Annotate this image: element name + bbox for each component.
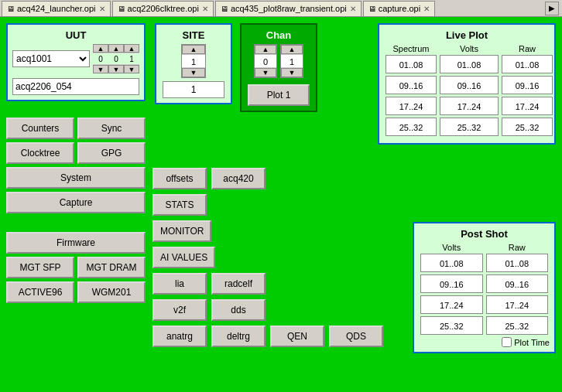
mid-row-2: STATS (152, 194, 392, 216)
uut-spin-dn-2[interactable]: ▼ (124, 65, 139, 73)
live-spectrum-0[interactable]: 01..08 (386, 55, 437, 73)
tab-label-3: capture.opi (379, 4, 420, 13)
close-icon-0[interactable]: ✕ (99, 5, 105, 13)
tab-scroll-right[interactable]: ▶ (545, 2, 559, 15)
site-input[interactable] (163, 81, 224, 98)
uut-spin-dn-1[interactable]: ▼ (108, 65, 124, 73)
tab-label-1: acq2206clktree.opi (128, 4, 199, 13)
firmware-button[interactable]: Firmware (6, 232, 146, 254)
gpg-button[interactable]: GPG (77, 142, 146, 164)
post-volts-0[interactable]: 01..08 (420, 254, 483, 272)
system-button[interactable]: System (6, 167, 146, 189)
live-volts-3[interactable]: 25..32 (440, 118, 499, 136)
plot-time-row: Plot Time (419, 337, 550, 347)
live-raw-1[interactable]: 09..16 (502, 76, 553, 94)
uut-spin-up-0[interactable]: ▲ (93, 44, 108, 53)
site-spin-dn[interactable]: ▼ (182, 68, 205, 77)
qds-button[interactable]: QDS (329, 326, 383, 347)
mid-row-5: lia radcelf (152, 273, 392, 295)
post-row-0: 01..08 01..08 (419, 254, 550, 272)
post-volts-1[interactable]: 09..16 (420, 274, 483, 293)
chan-spin-up-1[interactable]: ▲ (281, 45, 303, 54)
tab-icon-1: 🖥 (7, 5, 15, 13)
acq420-button[interactable]: acq420 (211, 168, 266, 189)
chan-spin-up-0[interactable]: ▲ (255, 45, 276, 54)
tab-acq424-launcher[interactable]: 🖥 acq424_launcher.opi ✕ (2, 1, 111, 16)
capture-button[interactable]: Capture (6, 192, 146, 213)
lia-button[interactable]: lia (152, 273, 207, 295)
chan-box: Chan ▲ 0 ▼ ▲ 1 ▼ Plot 1 (240, 23, 317, 112)
tab-actions: ▶ (545, 2, 562, 15)
post-row-2: 17..24 17..24 (419, 295, 550, 314)
post-shot-box: Post Shot Volts Raw 01..08 01..08 09..16… (413, 222, 556, 353)
site-spinner: ▲ 1 ▼ (181, 44, 206, 78)
site-spin-up[interactable]: ▲ (182, 45, 205, 54)
stats-button[interactable]: STATS (152, 194, 207, 216)
chan-plot-button[interactable]: Plot 1 (248, 84, 310, 106)
uut-select[interactable]: acq1001 (12, 50, 90, 67)
btn-row-active-wgm: ACTIVE96 WGM201 (6, 281, 146, 303)
live-volts-0[interactable]: 01..08 (440, 55, 499, 73)
live-volts-1[interactable]: 09..16 (440, 76, 499, 94)
deltrg-button[interactable]: deltrg (211, 326, 266, 347)
chan-title: Chan (246, 29, 311, 41)
post-volts-3[interactable]: 25..32 (420, 316, 483, 335)
uut-spinner-0: ▲ 0 ▼ (93, 44, 108, 73)
live-raw-3[interactable]: 25..32 (502, 118, 553, 136)
uut-hostname-input[interactable] (12, 78, 139, 95)
active96-button[interactable]: ACTIVE96 (6, 281, 74, 303)
chan-spin-val-1: 1 (281, 54, 303, 68)
ai-values-button[interactable]: AI VALUES (152, 247, 215, 268)
clocktree-button[interactable]: Clocktree (6, 142, 74, 164)
live-raw-2[interactable]: 17..24 (502, 97, 553, 115)
live-volts-2[interactable]: 17..24 (440, 97, 499, 115)
mid-row-4: AI VALUES (152, 247, 392, 268)
tab-icon-2: 🖥 (118, 5, 125, 13)
tab-acq2206clktree[interactable]: 🖥 acq2206clktree.opi ✕ (112, 1, 214, 16)
plot-time-checkbox[interactable] (502, 337, 512, 347)
post-raw-3[interactable]: 25..32 (486, 316, 549, 335)
post-raw-0[interactable]: 01..08 (486, 254, 549, 272)
live-spectrum-1[interactable]: 09..16 (386, 76, 437, 94)
live-row-0: 01..08 01..08 01..08 (384, 55, 550, 73)
offsets-button[interactable]: offsets (152, 168, 207, 189)
tab-capture[interactable]: 🖥 capture.opi ✕ (363, 1, 435, 16)
post-row-1: 09..16 09..16 (419, 274, 550, 293)
wgm201-button[interactable]: WGM201 (77, 281, 146, 303)
close-icon-3[interactable]: ✕ (423, 5, 430, 13)
live-spectrum-3[interactable]: 25..32 (386, 118, 437, 136)
uut-select-row: acq1001 ▲ 0 ▼ ▲ 0 ▼ ▲ 1 ▼ (12, 44, 139, 73)
live-raw-0[interactable]: 01..08 (502, 55, 553, 73)
radcelf-button[interactable]: radcelf (211, 273, 266, 295)
mid-row-3: MONITOR (152, 220, 392, 242)
tab-acq435-plot[interactable]: 🖥 acq435_plot8raw_transient.opi ✕ (215, 1, 362, 16)
close-icon-1[interactable]: ✕ (202, 5, 208, 13)
post-raw-1[interactable]: 09..16 (486, 274, 549, 293)
uut-spin-up-2[interactable]: ▲ (124, 44, 139, 53)
chan-spin-dn-0[interactable]: ▼ (255, 68, 276, 77)
tab-label-0: acq424_launcher.opi (17, 4, 96, 13)
live-spectrum-2[interactable]: 17..24 (386, 97, 437, 115)
btn-row-counters-sync: Counters Sync (6, 118, 146, 139)
counters-button[interactable]: Counters (6, 118, 74, 139)
chan-spin-dn-1[interactable]: ▼ (281, 68, 303, 77)
chan-spinner-row: ▲ 0 ▼ ▲ 1 ▼ (246, 44, 311, 78)
close-icon-2[interactable]: ✕ (350, 5, 356, 13)
dds-button[interactable]: dds (211, 299, 266, 321)
monitor-button[interactable]: MONITOR (152, 220, 211, 242)
sync-button[interactable]: Sync (77, 118, 146, 139)
qen-button[interactable]: QEN (270, 326, 324, 347)
uut-spin-dn-0[interactable]: ▼ (93, 65, 108, 73)
anatrg-button[interactable]: anatrg (152, 326, 207, 347)
v2f-button[interactable]: v2f (152, 299, 207, 321)
post-volts-2[interactable]: 17..24 (420, 295, 483, 314)
uut-spin-up-1[interactable]: ▲ (108, 44, 124, 53)
uut-spin-val-2: 1 (124, 53, 139, 65)
uut-spinner-2: ▲ 1 ▼ (124, 44, 139, 73)
mid-row-7: anatrg deltrg QEN QDS (152, 326, 392, 347)
middle-buttons-area: offsets acq420 STATS MONITOR AI VALUES l… (152, 168, 392, 352)
mgt-sfp-button[interactable]: MGT SFP (6, 257, 74, 278)
mgt-dram-button[interactable]: MGT DRAM (77, 257, 146, 278)
site-spinner-group: ▲ 1 ▼ (161, 44, 226, 78)
post-raw-2[interactable]: 17..24 (486, 295, 549, 314)
